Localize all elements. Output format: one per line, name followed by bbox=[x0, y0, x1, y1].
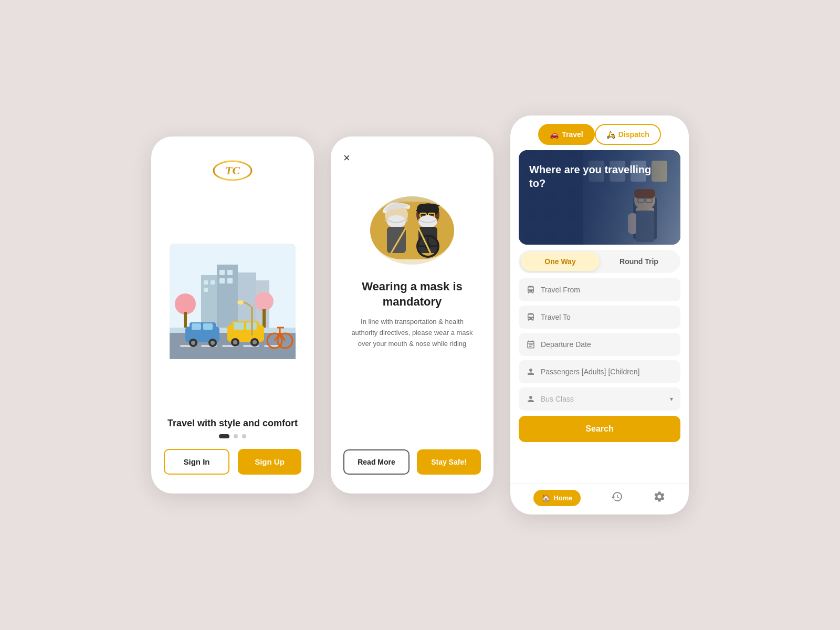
hero-banner: Where are you travelling to? bbox=[519, 150, 680, 245]
round-trip-button[interactable]: Round Trip bbox=[600, 252, 678, 271]
dot-2 bbox=[234, 434, 238, 438]
nav-history-button[interactable] bbox=[611, 490, 623, 506]
departure-date-field[interactable] bbox=[519, 333, 680, 356]
svg-point-48 bbox=[237, 300, 244, 304]
calendar-icon bbox=[526, 340, 536, 349]
svg-rect-11 bbox=[227, 270, 233, 275]
svg-rect-51 bbox=[370, 202, 454, 259]
read-more-button[interactable]: Read More bbox=[343, 449, 410, 475]
tab-travel-label: Travel bbox=[562, 130, 583, 139]
svg-point-38 bbox=[191, 341, 195, 345]
svg-rect-9 bbox=[204, 288, 208, 292]
svg-rect-35 bbox=[192, 323, 201, 330]
tab-travel[interactable]: 🚗 Travel bbox=[538, 124, 594, 145]
svg-rect-36 bbox=[203, 323, 213, 330]
bus-class-field[interactable]: Bus Class ▾ bbox=[519, 387, 680, 411]
svg-point-40 bbox=[211, 341, 215, 345]
logo-area: TC bbox=[164, 158, 301, 184]
nav-home-button[interactable]: 🏠 Home bbox=[533, 490, 581, 506]
svg-rect-56 bbox=[387, 227, 406, 253]
svg-point-30 bbox=[233, 340, 237, 344]
close-button[interactable]: × bbox=[343, 151, 350, 165]
bus-to-icon bbox=[526, 312, 536, 322]
auth-buttons: Sign In Sign Up bbox=[164, 449, 301, 475]
phone-booking: 🚗 Travel 🛵 Dispatch bbox=[510, 116, 689, 514]
tab-dispatch-label: Dispatch bbox=[618, 130, 649, 139]
trip-type-selector: One Way Round Trip bbox=[519, 250, 680, 273]
search-form: Bus Class ▾ bbox=[510, 278, 689, 411]
hero-overlay: Where are you travelling to? bbox=[519, 150, 680, 245]
svg-rect-8 bbox=[211, 280, 215, 285]
travel-to-input[interactable] bbox=[541, 313, 673, 321]
dot-3 bbox=[242, 434, 246, 438]
travel-to-field[interactable] bbox=[519, 306, 680, 329]
passengers-icon bbox=[526, 367, 536, 376]
svg-rect-5 bbox=[238, 272, 256, 328]
signin-button[interactable]: Sign In bbox=[164, 449, 229, 475]
svg-point-32 bbox=[253, 340, 257, 344]
passengers-input[interactable] bbox=[541, 368, 673, 376]
svg-point-21 bbox=[175, 293, 196, 314]
travel-from-field[interactable] bbox=[519, 278, 680, 301]
svg-rect-10 bbox=[219, 270, 225, 275]
signup-button[interactable]: Sign Up bbox=[238, 449, 301, 475]
nav-home-label: Home bbox=[553, 494, 572, 502]
app-tabs: 🚗 Travel 🛵 Dispatch bbox=[510, 116, 689, 150]
svg-rect-13 bbox=[227, 278, 233, 284]
modal-buttons: Read More Stay Safe! bbox=[343, 449, 481, 475]
history-icon bbox=[611, 490, 623, 503]
hero-text: Where are you travelling to? bbox=[529, 163, 670, 190]
svg-text:TC: TC bbox=[225, 164, 240, 177]
home-icon: 🏠 bbox=[542, 494, 550, 502]
car-icon: 🚗 bbox=[550, 130, 559, 139]
phone-modal: × bbox=[331, 136, 494, 494]
settings-icon bbox=[653, 490, 666, 503]
svg-rect-12 bbox=[219, 278, 225, 284]
departure-date-input[interactable] bbox=[541, 340, 673, 349]
svg-rect-7 bbox=[204, 280, 208, 285]
svg-point-23 bbox=[255, 292, 274, 311]
passengers-field[interactable] bbox=[519, 360, 680, 383]
modal-title: Wearing a mask is mandatory bbox=[343, 279, 481, 309]
stay-safe-button[interactable]: Stay Safe! bbox=[417, 449, 481, 475]
svg-rect-47 bbox=[251, 307, 253, 335]
svg-rect-27 bbox=[234, 322, 244, 330]
bus-class-select[interactable]: Bus Class bbox=[541, 395, 665, 403]
svg-rect-24 bbox=[262, 309, 266, 328]
dispatch-icon: 🛵 bbox=[606, 130, 615, 139]
hero-section bbox=[170, 189, 296, 414]
tab-dispatch[interactable]: 🛵 Dispatch bbox=[595, 124, 661, 145]
nav-settings-button[interactable] bbox=[653, 490, 666, 506]
one-way-button[interactable]: One Way bbox=[521, 252, 600, 271]
chevron-down-icon: ▾ bbox=[670, 395, 673, 403]
search-button[interactable]: Search bbox=[519, 416, 680, 442]
brand-logo: TC bbox=[212, 158, 254, 184]
bus-from-icon bbox=[526, 285, 536, 295]
modal-description: In line with transportation & health aut… bbox=[343, 317, 481, 349]
carousel-dots bbox=[219, 434, 246, 438]
tagline: Travel with style and comfort bbox=[167, 418, 298, 429]
svg-rect-22 bbox=[184, 312, 187, 328]
mask-illustration bbox=[365, 186, 459, 265]
dot-1 bbox=[219, 434, 229, 438]
bus-class-icon bbox=[526, 394, 536, 404]
bottom-navigation: 🏠 Home bbox=[510, 483, 689, 514]
phone-splash: TC bbox=[151, 136, 314, 494]
hero-illustration bbox=[170, 244, 296, 359]
travel-from-input[interactable] bbox=[541, 286, 673, 294]
